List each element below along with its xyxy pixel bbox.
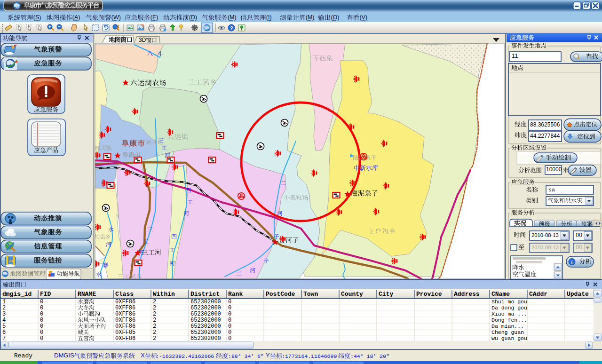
svg-text:652302000: 652302000 [190,311,221,317]
svg-text::1773164.11646699: :1773164.11646699 [282,353,337,359]
svg-text:2: 2 [153,305,156,311]
svg-text:3: 3 [2,311,6,317]
svg-text:(I): (I) [266,14,272,21]
svg-text:0XFF86: 0XFF86 [115,305,135,311]
svg-text:Da dong gou: Da dong gou [491,305,527,311]
svg-text:Xiao ma ...: Xiao ma ... [491,311,527,317]
svg-text:652302000: 652302000 [190,299,221,305]
svg-text:0: 0 [40,335,43,342]
svg-text:RNAME: RNAME [78,291,96,298]
svg-text:X: X [141,352,145,359]
svg-text:(W): (W) [111,14,121,21]
svg-text:10000: 10000 [546,166,562,173]
svg-text:2: 2 [153,335,156,342]
svg-text:1: 1 [2,299,6,305]
svg-text:FID: FID [40,291,51,298]
svg-text:2: 2 [153,311,156,317]
svg-text:Y: Y [266,352,270,359]
svg-text:Da mian...: Da mian... [491,323,524,329]
svg-text:District: District [190,291,220,298]
svg-text:0: 0 [40,299,43,305]
svg-text:00: 00 [576,244,582,251]
svg-text:(A): (A) [72,14,80,21]
svg-text:i: i [571,260,573,265]
svg-text:2: 2 [2,305,6,311]
svg-text:(O): (O) [331,14,339,21]
svg-text:0: 0 [228,329,231,336]
svg-text:City: City [379,291,393,298]
svg-text:44.2277844: 44.2277844 [530,133,560,139]
svg-text:6: 6 [2,329,6,336]
svg-text:2010-08-13: 2010-08-13 [531,245,559,250]
svg-text:0: 0 [228,317,231,324]
svg-text:CAddr: CAddr [529,291,547,298]
svg-text:0XFF86: 0XFF86 [115,323,135,330]
svg-text:Rank: Rank [228,291,243,298]
svg-text:Ready: Ready [14,352,32,359]
svg-text:(M): (M) [306,14,315,21]
svg-text::88° 34′ 6″: :88° 34′ 6″ [228,353,264,359]
svg-text:0: 0 [40,323,43,330]
svg-text:sa: sa [548,187,555,193]
svg-text:11: 11 [512,52,518,59]
svg-text:0XFF86: 0XFF86 [115,335,135,342]
svg-text:0: 0 [228,299,231,305]
svg-text:Within: Within [153,291,175,298]
svg-text:7: 7 [2,335,6,342]
svg-text:0: 0 [228,335,231,342]
svg-text:Dong fen...: Dong fen... [491,317,527,323]
svg-text:5: 5 [2,323,6,330]
svg-text:(S): (S) [33,14,41,21]
svg-text:Town: Town [303,291,318,298]
svg-text:Update: Update [567,291,589,298]
svg-text::-1632392.42162066: :-1632392.42162066 [156,353,214,359]
svg-text:652302000: 652302000 [190,335,221,342]
svg-text:0XFF85: 0XFF85 [115,329,135,336]
svg-text:PostCode: PostCode [266,291,295,298]
svg-text:652302000: 652302000 [190,323,221,330]
svg-text:dmgis_id: dmgis_id [2,291,32,298]
svg-text:DMGIS: DMGIS [54,352,74,359]
svg-text:County: County [341,291,363,298]
svg-text:3D: 3D [139,37,146,43]
svg-text:2: 2 [153,317,156,324]
svg-text:(M): (M) [228,14,237,21]
svg-text:(D): (D) [189,14,197,21]
svg-text:Address: Address [454,291,480,298]
svg-text:?: ? [230,25,233,31]
svg-text:652302000: 652302000 [190,329,221,336]
svg-text:0: 0 [228,305,231,311]
svg-text:4: 4 [2,317,6,324]
svg-text:0: 0 [40,311,43,317]
svg-text:(E): (E) [150,14,158,21]
svg-text:0: 0 [228,311,231,317]
svg-text:Shui mo gou: Shui mo gou [491,299,527,305]
svg-text:2010-08-13: 2010-08-13 [531,232,559,238]
svg-text:88.3625506: 88.3625506 [530,121,560,128]
svg-text:Cheng guan: Cheng guan [491,329,524,335]
svg-text:0XFF86: 0XFF86 [115,317,135,324]
svg-text:0: 0 [40,305,43,311]
svg-text:652302000: 652302000 [190,305,221,311]
svg-text:0: 0 [40,317,43,324]
svg-text:0: 0 [228,323,231,330]
svg-text:CName: CName [491,291,510,298]
svg-text:2: 2 [153,323,156,330]
svg-text:2: 2 [153,299,156,305]
svg-text:652302000: 652302000 [190,317,221,324]
svg-text:2: 2 [153,329,156,336]
svg-text:(V): (V) [359,14,367,21]
svg-text:Class: Class [115,291,134,298]
svg-text:0XFF86: 0XFF86 [115,299,135,305]
svg-text::44° 18′ 20″: :44° 18′ 20″ [350,353,389,359]
svg-text:00: 00 [576,232,582,238]
svg-text:0: 0 [40,329,43,336]
svg-text:0XFF86: 0XFF86 [115,311,135,317]
svg-text:Wu guan gou: Wu guan gou [491,335,527,341]
svg-text:Provice: Provice [416,291,442,298]
